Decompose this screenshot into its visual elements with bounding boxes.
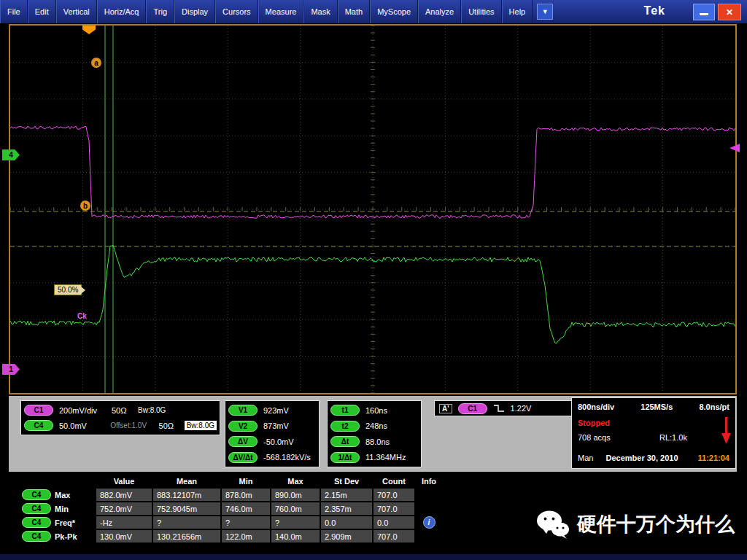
minimize-icon (700, 13, 708, 15)
channel-settings-box[interactable]: C1 200mV/div 50Ω Bw:8.0G C4 50.0mV Offse… (20, 400, 220, 435)
measurement-name: Pk-Pk (55, 532, 77, 541)
menu-item-help[interactable]: Help (502, 0, 533, 23)
measurement-cell: 130.21656m (153, 530, 220, 542)
time-cursor-value: 160ns (365, 406, 387, 415)
c4-settings-row[interactable]: C4 50.0mV Offset:1.0V 50Ω Bw:8.0G (24, 418, 217, 433)
voltage-cursor-row: V2873mV (228, 421, 316, 432)
acq-count: 708 acqs (578, 433, 611, 442)
voltage-cursor-row: V1923mV (228, 405, 316, 416)
info-icon[interactable]: i (423, 516, 436, 529)
table-header-max: Max (271, 475, 320, 487)
voltage-cursor-value: 873mV (263, 421, 289, 430)
time-cursor-row: 1/Δt11.364MHz (330, 452, 418, 463)
date: December 30, 2010 (605, 454, 678, 462)
waveform-svg (10, 26, 735, 393)
menu-item-math[interactable]: Math (338, 0, 370, 23)
wechat-icon (536, 509, 570, 540)
tek-logo: Tek (644, 4, 665, 18)
c1-badge: C1 (24, 405, 53, 416)
c1-impedance: 50Ω (112, 406, 138, 415)
measurement-cell: 140.0m (271, 530, 320, 542)
resolution: 8.0ns/pt (699, 402, 729, 411)
measurement-cell: 707.0 (374, 502, 414, 515)
time-cursor-badge: t2 (330, 421, 360, 432)
voltage-cursor-badge: ΔV/Δt (228, 452, 258, 463)
menu-item-trig[interactable]: Trig (146, 0, 174, 23)
time-cursor-badge: 1/Δt (330, 452, 360, 463)
measurement-row-label[interactable]: C4Min (22, 502, 95, 515)
voltage-cursor-value: -568.182kV/s (263, 453, 311, 462)
trigger-name: A' (439, 404, 452, 413)
channel-badge: C4 (22, 531, 51, 542)
timebase: 800ns/div (578, 402, 614, 411)
measurement-cell: 883.12107m (153, 489, 220, 501)
menu-item-edit[interactable]: Edit (28, 0, 56, 23)
info-cell[interactable]: i (416, 516, 442, 529)
measurement-row-label[interactable]: C4Freq* (22, 516, 95, 529)
menu-item-utilities[interactable]: Utilities (461, 0, 501, 23)
acquisition-datetime: Man December 30, 2010 11:21:04 (578, 454, 729, 462)
cursor-a-label[interactable]: a (91, 58, 101, 68)
horizontal-settings: 800ns/div 125MS/s 8.0ns/pt (578, 402, 729, 411)
measurement-name: Freq* (55, 518, 75, 527)
measurement-cell: 760.0m (271, 502, 320, 515)
measurement-row-label[interactable]: C4Pk-Pk (22, 530, 95, 542)
acquisition-readout: 800ns/div 125MS/s 8.0ns/pt Stopped 708 a… (571, 397, 736, 469)
trigger-readout[interactable]: A' C1 1.22V (434, 400, 577, 416)
measurement-cell: 746.0m (222, 502, 270, 515)
ck-label: Ck (77, 312, 87, 320)
c4-badge: C4 (24, 420, 53, 431)
measurement-cell: ? (222, 516, 270, 529)
menu-item-mask[interactable]: Mask (303, 0, 337, 23)
c4-offset: Offset:1.0V (110, 421, 158, 429)
measurement-cell: 878.0m (222, 489, 270, 501)
measurement-cell: -Hz (96, 516, 152, 529)
menu-item-myscope[interactable]: MyScope (370, 0, 418, 23)
voltage-cursor-badge: ΔV (228, 436, 258, 447)
menu-item-file[interactable]: File (0, 0, 28, 23)
close-button[interactable]: ✕ (718, 4, 741, 20)
table-header-min: Min (222, 475, 270, 487)
c4-bandwidth[interactable]: Bw:8.0G (185, 421, 217, 430)
watermark: 硬件十万个为什么 (536, 509, 735, 540)
measurement-name: Max (55, 491, 70, 499)
menu-item-display[interactable]: Display (174, 0, 215, 23)
voltage-cursor-value: -50.0mV (263, 438, 294, 446)
menu-item-vertical[interactable]: Vertical (56, 0, 97, 23)
voltage-cursor-readout: V1923mVV2873mVΔV-50.0mVΔV/Δt-568.182kV/s (225, 400, 320, 467)
menu-item-measure[interactable]: Measure (258, 0, 304, 23)
time-cursor-badge: t1 (330, 405, 360, 416)
measurement-cell: 2.909m (321, 530, 372, 542)
table-header-info: Info (416, 475, 442, 487)
acquisition-status: Stopped (578, 419, 610, 427)
acquisition-counts: 708 acqs RL:1.0k (578, 433, 611, 442)
table-header-blank (22, 475, 95, 487)
measurement-cell: 2.15m (321, 489, 372, 501)
measurement-cell: 752.9045m (153, 502, 220, 515)
cursor-b-label[interactable]: b (80, 201, 90, 211)
time-cursor-value: 248ns (365, 421, 387, 430)
menu-item-horiz-acq[interactable]: Horiz/Acq (97, 0, 147, 23)
time-cursor-readout: t1160nst2248nsΔt88.0ns1/Δt11.364MHz (327, 400, 422, 467)
tag-arrow-icon (81, 287, 85, 294)
channel-badge: C4 (22, 489, 51, 500)
measurement-cell: 882.0mV (96, 489, 152, 501)
trigger-mode: Man (578, 454, 593, 462)
time-cursor-value: 88.0ns (365, 438, 390, 446)
measurement-cell: ? (153, 516, 220, 529)
c4-scale: 50.0mV (59, 421, 110, 430)
c1-settings-row[interactable]: C1 200mV/div 50Ω Bw:8.0G (24, 402, 217, 418)
menu-dropdown-button[interactable]: ▼ (537, 4, 553, 20)
minimize-button[interactable] (693, 4, 715, 20)
measurement-row-label[interactable]: C4Max (22, 489, 95, 501)
time-cursor-row: t1160ns (330, 405, 418, 416)
channel-badge: C4 (22, 503, 51, 514)
trigger-level-tag[interactable]: 50.0% (54, 284, 82, 295)
measurement-cell: 2.357m (321, 502, 372, 515)
waveform-display[interactable]: a b 50.0% Ck 4 1 (9, 24, 737, 394)
menu-item-cursors[interactable]: Cursors (215, 0, 258, 23)
measurement-cell: 0.0 (374, 516, 414, 529)
voltage-cursor-value: 923mV (263, 406, 289, 415)
menu-item-analyze[interactable]: Analyze (418, 0, 461, 23)
menu-items: FileEditVerticalHoriz/AcqTrigDisplayCurs… (0, 0, 533, 23)
